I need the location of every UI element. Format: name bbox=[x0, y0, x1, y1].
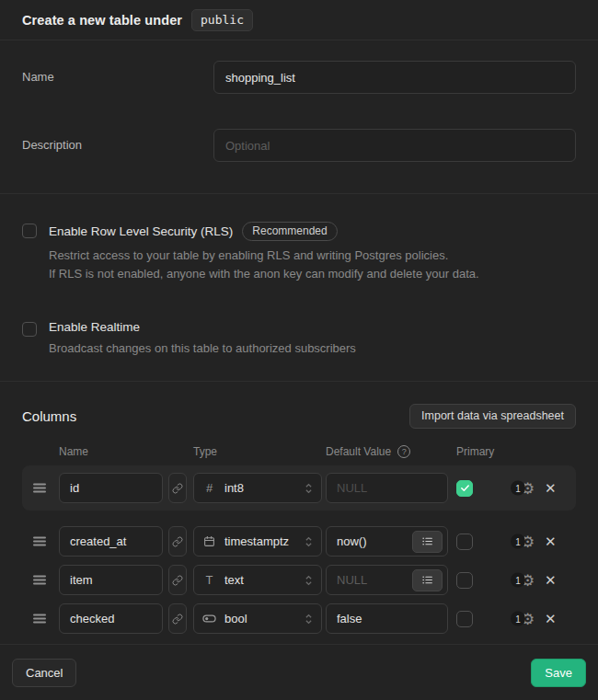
chevron-up-down-icon bbox=[305, 574, 313, 587]
dialog-header: Create a new table under public bbox=[0, 0, 598, 40]
header-name: Name bbox=[59, 445, 88, 458]
table-description-input[interactable] bbox=[213, 129, 576, 162]
primary-checkbox[interactable] bbox=[456, 572, 473, 589]
options-section: Enable Row Level Security (RLS) Recommen… bbox=[0, 194, 598, 382]
default-value-menu-icon[interactable] bbox=[412, 531, 443, 553]
remove-column-icon[interactable]: ✕ bbox=[543, 609, 558, 629]
realtime-description-line: Broadcast changes on this table to autho… bbox=[49, 339, 576, 358]
text-type-icon: T bbox=[202, 573, 216, 587]
cancel-button[interactable]: Cancel bbox=[12, 659, 76, 687]
dialog-title: Create a new table under bbox=[22, 13, 182, 28]
rls-description-line: Restrict access to your table by enablin… bbox=[49, 247, 576, 265]
column-name-input[interactable] bbox=[59, 603, 163, 634]
realtime-checkbox[interactable] bbox=[22, 322, 37, 337]
foreign-key-link-icon[interactable] bbox=[168, 526, 187, 557]
columns-section: Columns Import data via spreadsheet Name… bbox=[0, 382, 598, 645]
schema-badge: public bbox=[191, 9, 253, 31]
settings-count-badge: 1 bbox=[511, 612, 525, 626]
rls-toggle-block: Enable Row Level Security (RLS) Recommen… bbox=[22, 222, 576, 283]
foreign-key-link-icon[interactable] bbox=[168, 603, 187, 634]
realtime-toggle-block: Enable Realtime Broadcast changes on thi… bbox=[22, 320, 576, 358]
drag-handle-icon[interactable] bbox=[33, 612, 46, 625]
description-row: Description bbox=[22, 129, 576, 162]
settings-count-badge: 1 bbox=[511, 573, 525, 588]
column-row-created-at: timestamptz 1 ⚙ ✕ bbox=[22, 526, 576, 557]
column-row-checked: bool 1 ⚙ ✕ bbox=[22, 603, 576, 634]
name-label: Name bbox=[22, 61, 213, 84]
dialog-footer: Cancel Save bbox=[0, 645, 598, 700]
primary-checkbox[interactable] bbox=[456, 611, 473, 627]
chevron-up-down-icon bbox=[305, 535, 313, 548]
rls-description-line: If RLS is not enabled, anyone with the a… bbox=[49, 265, 576, 283]
rls-checkbox[interactable] bbox=[22, 224, 37, 238]
remove-column-icon[interactable]: ✕ bbox=[543, 570, 558, 591]
column-settings-button[interactable]: 1 ⚙ bbox=[511, 572, 535, 588]
primary-checkbox[interactable] bbox=[456, 534, 473, 550]
drag-handle-icon[interactable] bbox=[33, 573, 46, 587]
remove-column-icon[interactable]: ✕ bbox=[543, 532, 558, 552]
realtime-label: Enable Realtime bbox=[49, 320, 140, 334]
import-spreadsheet-button[interactable]: Import data via spreadsheet bbox=[409, 404, 576, 429]
settings-count-badge: 1 bbox=[511, 481, 525, 496]
column-row-id: # int8 1 ⚙ ✕ bbox=[22, 473, 576, 503]
chevron-up-down-icon bbox=[305, 613, 313, 625]
column-settings-button[interactable]: 1 ⚙ bbox=[511, 611, 535, 626]
description-label: Description bbox=[22, 129, 213, 152]
column-row-item: T text 1 ⚙ ✕ bbox=[22, 565, 576, 595]
column-default-input[interactable] bbox=[326, 603, 448, 634]
help-icon[interactable]: ? bbox=[397, 445, 410, 458]
columns-table-headers: Name Type Default Value ? Primary bbox=[22, 445, 576, 457]
column-name-input[interactable] bbox=[59, 526, 163, 557]
header-default-value: Default Value ? bbox=[326, 445, 410, 458]
column-default-input bbox=[326, 473, 448, 503]
save-button[interactable]: Save bbox=[531, 659, 586, 687]
table-name-input[interactable] bbox=[213, 61, 576, 94]
calendar-icon bbox=[202, 535, 216, 547]
drag-handle-icon[interactable] bbox=[33, 534, 46, 548]
hash-icon: # bbox=[202, 481, 216, 495]
basic-info-section: Name Description bbox=[0, 40, 598, 194]
foreign-key-link-icon[interactable] bbox=[168, 473, 187, 503]
column-row-highlight: # int8 1 ⚙ ✕ bbox=[22, 465, 576, 511]
header-primary: Primary bbox=[456, 445, 494, 458]
settings-count-badge: 1 bbox=[511, 534, 525, 549]
primary-checkbox[interactable] bbox=[456, 480, 473, 497]
name-row: Name bbox=[22, 61, 576, 94]
recommended-badge: Recommended bbox=[242, 222, 337, 241]
column-type-select[interactable]: T text bbox=[193, 565, 322, 595]
create-table-dialog: Create a new table under public Name Des… bbox=[0, 0, 598, 700]
chevron-up-down-icon bbox=[305, 482, 313, 495]
default-value-menu-icon[interactable] bbox=[412, 569, 443, 591]
drag-handle-icon[interactable] bbox=[33, 481, 46, 495]
column-type-select[interactable]: # int8 bbox=[193, 473, 322, 503]
foreign-key-link-icon[interactable] bbox=[168, 565, 187, 595]
columns-title: Columns bbox=[22, 408, 76, 424]
column-settings-button[interactable]: 1 ⚙ bbox=[511, 480, 535, 496]
column-type-select[interactable]: bool bbox=[193, 603, 322, 634]
rls-label: Enable Row Level Security (RLS) bbox=[49, 224, 233, 238]
column-settings-button[interactable]: 1 ⚙ bbox=[511, 534, 535, 549]
toggle-icon bbox=[202, 614, 216, 624]
column-type-select[interactable]: timestamptz bbox=[193, 526, 322, 557]
remove-column-icon[interactable]: ✕ bbox=[543, 478, 558, 499]
column-name-input[interactable] bbox=[59, 565, 163, 595]
column-name-input[interactable] bbox=[59, 473, 163, 503]
header-type: Type bbox=[193, 445, 217, 458]
